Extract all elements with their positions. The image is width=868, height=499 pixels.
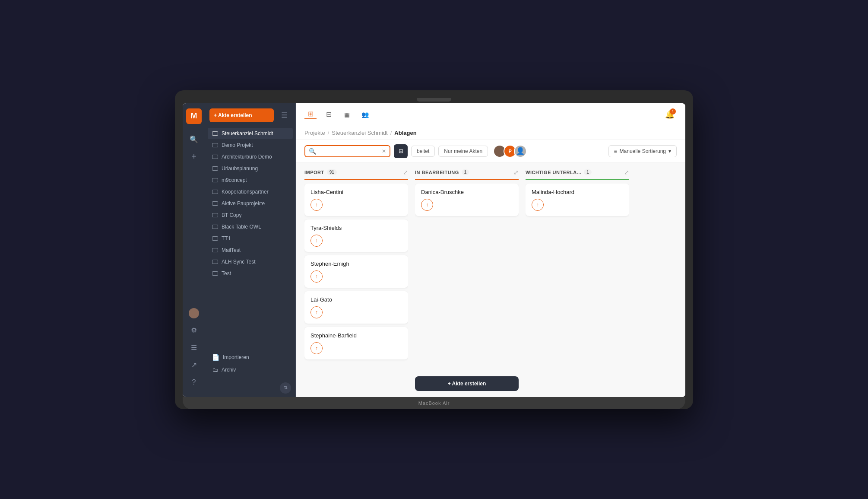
top-bar-tabs: ⊞ ⊟ ▦ 👥 <box>304 110 658 119</box>
top-bar: ⊞ ⊟ ▦ 👥 🔔 1 <box>296 103 685 126</box>
sidebar-item-label-12: Test <box>222 270 231 277</box>
sidebar-item-2[interactable]: Architekturbüro Demo <box>208 151 293 162</box>
help-rail-icon[interactable]: ? <box>186 375 202 390</box>
sidebar-item-11[interactable]: ALH Sync Test <box>208 256 293 267</box>
sidebar-item-3[interactable]: Urlaubsplanung <box>208 163 293 174</box>
icon-rail: M 🔍 + ⚙ ☰ ↗ ? <box>183 103 205 397</box>
user-avatar-rail[interactable] <box>186 305 202 321</box>
settings-rail-icon[interactable]: ⚙ <box>186 323 202 338</box>
tab-table-view[interactable]: ⊟ <box>323 110 335 119</box>
top-bar-right: 🔔 1 <box>663 108 677 121</box>
card-upload-icon[interactable]: ↑ <box>310 235 323 247</box>
col-cards-wichtige-unterlagen: Malinda-Hochard ↑ <box>526 184 629 391</box>
create-akte-button[interactable]: + Akte erstellen <box>209 108 274 122</box>
card-malinda-hochard[interactable]: Malinda-Hochard ↑ <box>526 184 629 216</box>
sidebar: + Akte erstellen ☰ Steuerkanzlei Schmidt… <box>205 103 296 397</box>
sidebar-item-0[interactable]: Steuerkanzlei Schmidt <box>208 128 293 139</box>
col-badge-import: 91 <box>327 169 337 175</box>
card-upload-icon[interactable]: ↑ <box>421 199 433 211</box>
sidebar-item-7[interactable]: BT Copy <box>208 210 293 221</box>
tab-team-view[interactable]: 👥 <box>359 110 371 119</box>
sidebar-item-10[interactable]: MailTest <box>208 245 293 256</box>
view-toggle-button[interactable]: ⊞ <box>394 144 408 158</box>
card-upload-icon[interactable]: ↑ <box>310 342 323 354</box>
sidebar-item-4[interactable]: m9concept <box>208 175 293 186</box>
export-rail-icon[interactable]: ↗ <box>186 357 202 373</box>
filter-tag-beitet[interactable]: beitet <box>411 146 435 157</box>
logo[interactable]: M <box>186 108 202 124</box>
card-danica-bruschke[interactable]: Danica-Bruschke ↑ <box>415 184 519 216</box>
avatar-group: P 👤 <box>493 145 527 158</box>
card-upload-icon[interactable]: ↑ <box>310 306 323 318</box>
avatar-3[interactable]: 👤 <box>514 145 527 158</box>
card-upload-icon[interactable]: ↑ <box>532 199 544 211</box>
sidebar-item-1[interactable]: Demo Projekt <box>208 140 293 151</box>
column-in-bearbeitung: IN BEARBEITUNG 1 ⤢ Danica-Bruschke ↑ + A… <box>415 169 519 391</box>
col-expand-in-bearbeitung[interactable]: ⤢ <box>513 169 519 176</box>
card-name: Stephaine-Barfield <box>310 332 402 339</box>
col-title-import: IMPORT <box>304 170 324 175</box>
menu-button[interactable]: ☰ <box>277 108 291 122</box>
sidebar-item-archiv-label: Archiv <box>222 367 236 373</box>
col-expand-wichtige-unterlagen[interactable]: ⤢ <box>624 169 629 176</box>
sidebar-item-label-7: BT Copy <box>222 212 241 218</box>
card-upload-icon[interactable]: ↑ <box>310 270 323 283</box>
breadcrumb-steuerkanzlei[interactable]: Steuerkanzlei Schmidt <box>332 130 387 136</box>
notification-badge: 1 <box>670 108 676 114</box>
card-name: Lai-Gato <box>310 296 402 303</box>
filter-tag-meine-akten[interactable]: Nur meine Akten <box>438 146 488 157</box>
tab-grid-view[interactable]: ⊞ <box>304 110 317 119</box>
sidebar-item-9[interactable]: TT1 <box>208 233 293 244</box>
sort-dropdown[interactable]: ≡ Manuelle Sortierung ▾ <box>608 145 677 157</box>
search-input[interactable] <box>319 148 379 154</box>
sidebar-item-label-6: Aktive Pauprojekte <box>222 200 265 207</box>
sidebar-toggle-btn[interactable]: ⇅ <box>280 382 291 394</box>
card-tyra-shields[interactable]: Tyra-Shields ↑ <box>304 219 408 252</box>
sidebar-item-archiv[interactable]: 🗂 Archiv <box>208 364 293 376</box>
sidebar-item-5[interactable]: Kooperationspartner <box>208 186 293 197</box>
col-expand-import[interactable]: ⤢ <box>403 169 408 176</box>
col-header-import: IMPORT 91 ⤢ <box>304 169 408 180</box>
breadcrumb-projekte[interactable]: Projekte <box>304 130 325 136</box>
add-rail-icon[interactable]: + <box>186 149 202 165</box>
col-cards-import: Lisha-Centini ↑ Tyra-Shields ↑ Stephen-E… <box>304 184 408 391</box>
sidebar-item-importieren[interactable]: 📄 Importieren <box>208 351 293 363</box>
sidebar-item-12[interactable]: Test <box>208 268 293 279</box>
col-title-wichtige-unterlagen: WICHTIGE UNTERLA... <box>526 170 581 175</box>
sidebar-item-label-8: Black Table OWL <box>222 224 261 230</box>
sidebar-item-label-0: Steuerkanzlei Schmidt <box>222 130 273 137</box>
sidebar-item-8[interactable]: Black Table OWL <box>208 221 293 232</box>
search-clear-icon[interactable]: ✕ <box>382 148 386 154</box>
main-content: ⊞ ⊟ ▦ 👥 🔔 1 Projekte / <box>296 103 685 397</box>
notification-button[interactable]: 🔔 1 <box>663 108 677 121</box>
column-import: IMPORT 91 ⤢ Lisha-Centini ↑ Tyra-Shields <box>304 169 408 391</box>
card-stephen-emigh[interactable]: Stephen-Emigh ↑ <box>304 255 408 288</box>
col-title-in-bearbeitung: IN BEARBEITUNG <box>415 170 459 175</box>
sidebar-item-label-1: Demo Projekt <box>222 142 253 148</box>
card-upload-icon[interactable]: ↑ <box>310 199 323 211</box>
card-lai-gato[interactable]: Lai-Gato ↑ <box>304 291 408 324</box>
sidebar-item-label-2: Architekturbüro Demo <box>222 154 272 160</box>
search-wrapper: 🔍 ✕ <box>304 145 390 157</box>
col-badge-in-bearbeitung: 1 <box>462 169 469 175</box>
breadcrumb-sep-1: / <box>328 130 329 136</box>
sidebar-item-label-5: Kooperationspartner <box>222 189 269 195</box>
sidebar-item-6[interactable]: Aktive Pauprojekte <box>208 198 293 209</box>
sidebar-item-label-10: MailTest <box>222 247 241 253</box>
sort-chevron-icon: ▾ <box>668 148 671 154</box>
sidebar-item-importieren-label: Importieren <box>223 354 249 360</box>
sidebar-item-label-9: TT1 <box>222 235 231 242</box>
card-name: Lisha-Centini <box>310 189 402 195</box>
kanban-board: IMPORT 91 ⤢ Lisha-Centini ↑ Tyra-Shields <box>296 163 685 397</box>
card-lisha-centini[interactable]: Lisha-Centini ↑ <box>304 184 408 216</box>
card-name: Danica-Bruschke <box>421 189 513 195</box>
list-rail-icon[interactable]: ☰ <box>186 340 202 356</box>
column-wichtige-unterlagen: WICHTIGE UNTERLA... 1 ⤢ Malinda-Hochard … <box>526 169 629 391</box>
create-card-button-in-bearbeitung[interactable]: + Akte erstellen <box>415 376 519 391</box>
sidebar-item-label-3: Urlaubsplanung <box>222 165 258 172</box>
breadcrumb-sep-2: / <box>390 130 392 136</box>
col-badge-wichtige-unterlagen: 1 <box>584 169 592 175</box>
card-stephaine-barfield[interactable]: Stephaine-Barfield ↑ <box>304 327 408 359</box>
search-rail-icon[interactable]: 🔍 <box>186 132 202 147</box>
tab-calendar-view[interactable]: ▦ <box>341 110 353 119</box>
